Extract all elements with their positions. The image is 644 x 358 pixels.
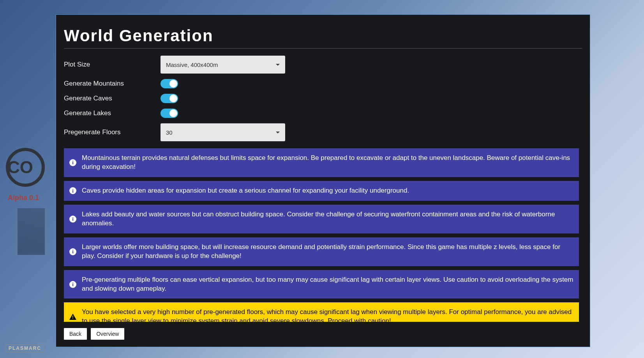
plot-size-label: Plot Size xyxy=(64,61,161,68)
warning-icon xyxy=(69,313,76,320)
generate-mountains-label: Generate Mountains xyxy=(64,80,161,88)
message-text: You have selected a very high number of … xyxy=(82,308,573,322)
world-generation-panel: World Generation Plot Size Massive, 400x… xyxy=(56,14,590,347)
generate-lakes-row: Generate Lakes xyxy=(64,109,582,118)
pregenerate-floors-select[interactable]: 30 xyxy=(161,123,285,141)
pregenerate-floors-value: 30 xyxy=(166,129,173,136)
generate-caves-toggle[interactable] xyxy=(161,94,178,103)
page-title: World Generation xyxy=(64,26,582,45)
chevron-down-icon xyxy=(276,132,280,133)
generate-caves-row: Generate Caves xyxy=(64,94,582,103)
info-icon: i xyxy=(69,248,76,255)
message-text: Caves provide hidden areas for expansion… xyxy=(82,186,409,195)
settings-form: Plot Size Massive, 400x400m Generate Mou… xyxy=(64,56,582,141)
info-message: iPre-generating multiple floors can ease… xyxy=(64,270,579,299)
message-text: Mountainous terrain provides natural def… xyxy=(82,154,573,172)
footer-buttons: Back Overview xyxy=(64,328,582,340)
generate-mountains-row: Generate Mountains xyxy=(64,79,582,88)
pregenerate-floors-row: Pregenerate Floors 30 xyxy=(64,123,582,141)
version-label: Alpha 0.1 xyxy=(8,194,39,202)
generate-mountains-toggle[interactable] xyxy=(161,79,178,88)
pregenerate-floors-label: Pregenerate Floors xyxy=(64,128,161,136)
back-button[interactable]: Back xyxy=(64,328,87,340)
info-message: iMountainous terrain provides natural de… xyxy=(64,148,579,177)
plot-size-select[interactable]: Massive, 400x400m xyxy=(161,56,285,74)
warning-message: You have selected a very high number of … xyxy=(64,302,579,322)
plot-size-value: Massive, 400x400m xyxy=(166,61,218,68)
info-icon: i xyxy=(69,187,76,194)
generate-lakes-label: Generate Lakes xyxy=(64,109,161,117)
info-message: iCaves provide hidden areas for expansio… xyxy=(64,181,579,201)
info-message: iLarger worlds offer more building space… xyxy=(64,237,579,266)
plot-size-row: Plot Size Massive, 400x400m xyxy=(64,56,582,74)
info-icon: i xyxy=(69,159,76,166)
title-divider xyxy=(64,48,582,49)
overview-button[interactable]: Overview xyxy=(91,328,124,340)
info-message: iLakes add beauty and water sources but … xyxy=(64,205,579,233)
info-icon: i xyxy=(69,216,76,223)
background-building xyxy=(18,208,45,255)
chevron-down-icon xyxy=(276,64,280,66)
generate-caves-label: Generate Caves xyxy=(64,95,161,102)
studio-badge: PLASMARC xyxy=(6,344,44,352)
message-text: Lakes add beauty and water sources but c… xyxy=(82,210,573,228)
message-text: Pre-generating multiple floors can ease … xyxy=(82,276,573,293)
message-text: Larger worlds offer more building space,… xyxy=(82,243,573,261)
game-logo: CO xyxy=(6,148,51,193)
info-icon: i xyxy=(69,281,76,288)
generate-lakes-toggle[interactable] xyxy=(161,109,178,118)
messages-list[interactable]: iMountainous terrain provides natural de… xyxy=(64,148,582,322)
